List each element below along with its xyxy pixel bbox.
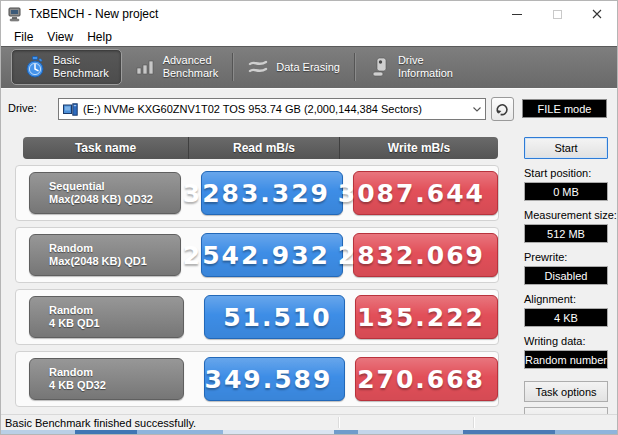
read-result: 3283.329 — [201, 171, 343, 215]
results-table-header: Task name Read mB/s Write mB/s — [23, 137, 498, 159]
table-row: Random 4 KB QD32 349.589 270.668 — [15, 351, 499, 407]
settings-sidebar: Start Start position: 0 MB Measurement s… — [524, 137, 608, 428]
table-row: Random 4 KB QD1 51.510 135.222 — [15, 289, 499, 345]
close-button[interactable] — [577, 1, 617, 27]
statusbar-divider — [338, 417, 339, 428]
minimize-icon — [512, 14, 522, 15]
toolbar-separator — [232, 53, 233, 81]
toolbar-separator — [354, 53, 355, 81]
menu-bar: File View Help — [1, 27, 617, 46]
task-button-random-qd1[interactable]: Random Max(2048 KB) QD1 — [29, 234, 181, 276]
prewrite-value[interactable]: Disabled — [524, 266, 608, 285]
task-name-line2: 4 KB QD1 — [49, 317, 183, 330]
bar-chart-icon — [134, 56, 156, 78]
drive-info-icon — [369, 56, 391, 78]
read-result: 349.589 — [204, 357, 346, 401]
alignment-value[interactable]: 4 KB — [524, 308, 608, 327]
menu-file[interactable]: File — [7, 28, 40, 46]
window-title: TxBENCH - New project — [29, 7, 158, 21]
toolbar-button-label: BasicBenchmark — [53, 54, 109, 80]
header-write: Write mB/s — [339, 137, 498, 159]
statusbar-divider — [473, 417, 474, 428]
maximize-button[interactable] — [537, 1, 577, 27]
menu-view[interactable]: View — [40, 28, 80, 46]
prewrite-label: Prewrite: — [524, 251, 608, 263]
stopwatch-icon — [24, 56, 46, 78]
toolbar: BasicBenchmark AdvancedBenchmark Data Er… — [1, 46, 617, 89]
wave-icon — [247, 56, 269, 78]
read-result: 51.510 — [204, 295, 344, 339]
task-button-random-4kb-qd32[interactable]: Random 4 KB QD32 — [29, 358, 184, 400]
status-message: Basic Benchmark finished successfully. — [5, 417, 196, 429]
drive-label: Drive: — [8, 102, 37, 114]
write-result: 3087.644 — [353, 171, 498, 215]
table-row: Sequential Max(2048 KB) QD32 3283.329 30… — [15, 165, 499, 221]
maximize-icon — [553, 10, 562, 19]
task-name-line1: Random — [49, 304, 183, 317]
minimize-button[interactable] — [497, 1, 537, 27]
toolbar-button-label: AdvancedBenchmark — [163, 54, 219, 80]
background-window-strip — [1, 430, 617, 434]
toolbar-button-label: DriveInformation — [398, 54, 453, 80]
drive-selected-value: (E:) NVMe KXG60ZNV1T02 TOS 953.74 GB (2,… — [83, 103, 469, 115]
alignment-label: Alignment: — [524, 293, 608, 305]
task-button-random-4kb-qd1[interactable]: Random 4 KB QD1 — [29, 296, 184, 338]
tab-drive-information[interactable]: DriveInformation — [357, 49, 465, 85]
tab-basic-benchmark[interactable]: BasicBenchmark — [11, 49, 122, 85]
txbench-window: TxBENCH - New project File View Help — [0, 0, 618, 435]
drive-icon — [63, 103, 78, 116]
close-icon — [592, 9, 602, 19]
tab-advanced-benchmark[interactable]: AdvancedBenchmark — [122, 49, 231, 85]
refresh-icon — [495, 102, 510, 117]
menu-help[interactable]: Help — [80, 28, 119, 46]
task-name-line2: Max(2048 KB) QD1 — [49, 255, 180, 268]
table-row: Random Max(2048 KB) QD1 2542.932 2832.06… — [15, 227, 499, 283]
title-bar: TxBENCH - New project — [1, 1, 617, 27]
start-button[interactable]: Start — [524, 137, 608, 159]
start-position-label: Start position: — [524, 167, 608, 179]
write-result: 270.668 — [355, 357, 498, 401]
toolbar-button-label: Data Erasing — [276, 61, 340, 74]
refresh-drive-button[interactable] — [491, 97, 514, 121]
app-icon — [8, 7, 24, 22]
task-options-button[interactable]: Task options — [524, 381, 608, 402]
task-button-sequential-qd32[interactable]: Sequential Max(2048 KB) QD32 — [29, 172, 181, 214]
task-name-line1: Random — [49, 242, 180, 255]
writing-data-value[interactable]: Random number — [524, 350, 608, 369]
read-result: 2542.932 — [201, 233, 343, 277]
write-result: 135.222 — [355, 295, 498, 339]
start-position-value[interactable]: 0 MB — [524, 182, 608, 201]
header-read: Read mB/s — [188, 137, 339, 159]
chevron-down-icon — [473, 107, 481, 112]
measurement-size-label: Measurement size: — [524, 209, 608, 221]
status-bar: Basic Benchmark finished successfully. — [1, 414, 617, 430]
file-mode-badge: FILE mode — [522, 99, 607, 118]
task-name-line2: Max(2048 KB) QD32 — [49, 193, 180, 206]
drive-select[interactable]: (E:) NVMe KXG60ZNV1T02 TOS 953.74 GB (2,… — [58, 98, 486, 120]
header-task-name: Task name — [23, 137, 188, 159]
task-name-line1: Sequential — [49, 180, 180, 193]
task-name-line1: Random — [49, 366, 183, 379]
writing-data-label: Writing data: — [524, 335, 608, 347]
tab-data-erasing[interactable]: Data Erasing — [235, 49, 352, 85]
task-name-line2: 4 KB QD32 — [49, 379, 183, 392]
write-result: 2832.069 — [353, 233, 498, 277]
measurement-size-value[interactable]: 512 MB — [524, 224, 608, 243]
